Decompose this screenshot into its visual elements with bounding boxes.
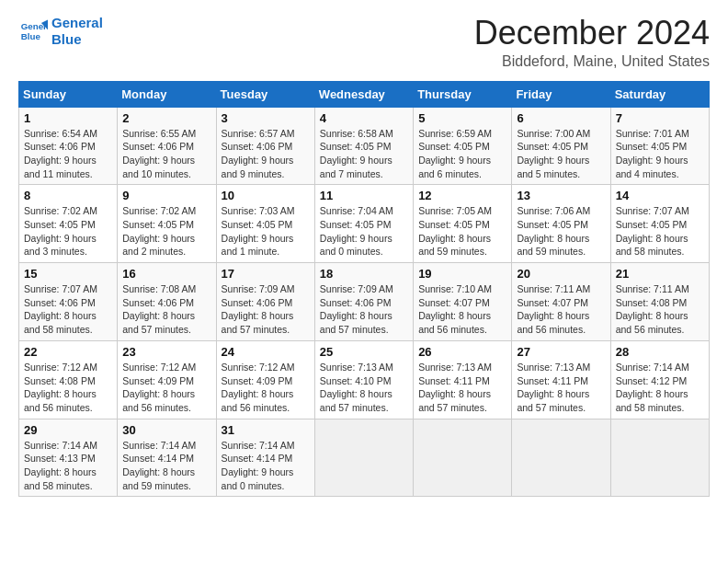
calendar-day-2: 2Sunrise: 6:55 AM Sunset: 4:06 PM Daylig… [118,107,216,185]
day-number: 27 [517,345,605,359]
day-info: Sunrise: 7:07 AM Sunset: 4:05 PM Dayligh… [616,204,704,259]
day-info: Sunrise: 7:04 AM Sunset: 4:05 PM Dayligh… [320,204,408,259]
day-number: 20 [517,267,605,281]
page-header: General Blue General Blue December 2024 … [18,15,710,70]
day-number: 2 [122,111,210,125]
svg-text:Blue: Blue [21,31,41,41]
calendar-day-24: 24Sunrise: 7:12 AM Sunset: 4:09 PM Dayli… [216,340,314,419]
day-number: 16 [122,267,210,281]
day-number: 30 [122,423,210,437]
day-info: Sunrise: 6:59 AM Sunset: 4:05 PM Dayligh… [418,127,506,181]
calendar-day-14: 14Sunrise: 7:07 AM Sunset: 4:05 PM Dayli… [610,185,709,263]
day-info: Sunrise: 7:14 AM Sunset: 4:12 PM Dayligh… [616,361,704,415]
day-number: 24 [222,345,310,359]
day-number: 31 [222,423,310,437]
day-number: 3 [222,111,310,125]
day-info: Sunrise: 7:00 AM Sunset: 4:05 PM Dayligh… [517,127,605,181]
day-number: 17 [222,267,310,281]
day-info: Sunrise: 7:06 AM Sunset: 4:05 PM Dayligh… [517,204,605,259]
logo-icon: General Blue [18,17,48,46]
location-title: Biddeford, Maine, United States [474,53,710,70]
weekday-header-wednesday: Wednesday [314,81,413,107]
day-number: 7 [616,111,704,125]
day-info: Sunrise: 7:14 AM Sunset: 4:14 PM Dayligh… [122,439,210,493]
day-number: 28 [616,345,704,359]
day-info: Sunrise: 7:05 AM Sunset: 4:05 PM Dayligh… [418,204,506,259]
calendar-day-21: 21Sunrise: 7:11 AM Sunset: 4:08 PM Dayli… [610,263,709,341]
day-number: 13 [517,189,605,202]
title-area: December 2024 Biddeford, Maine, United S… [474,15,710,70]
day-info: Sunrise: 7:13 AM Sunset: 4:11 PM Dayligh… [517,361,605,415]
calendar-day-9: 9Sunrise: 7:02 AM Sunset: 4:05 PM Daylig… [118,185,216,263]
day-number: 5 [418,111,506,125]
day-info: Sunrise: 7:08 AM Sunset: 4:06 PM Dayligh… [122,282,210,337]
calendar-day-20: 20Sunrise: 7:11 AM Sunset: 4:07 PM Dayli… [512,263,610,341]
calendar-day-17: 17Sunrise: 7:09 AM Sunset: 4:06 PM Dayli… [216,263,314,341]
day-info: Sunrise: 7:02 AM Sunset: 4:05 PM Dayligh… [122,204,210,259]
day-info: Sunrise: 6:57 AM Sunset: 4:06 PM Dayligh… [222,127,310,181]
day-number: 26 [418,345,506,359]
day-number: 10 [222,189,310,202]
day-info: Sunrise: 7:14 AM Sunset: 4:13 PM Dayligh… [24,439,112,493]
empty-cell [512,419,610,497]
day-info: Sunrise: 6:55 AM Sunset: 4:06 PM Dayligh… [122,127,210,181]
calendar-day-23: 23Sunrise: 7:12 AM Sunset: 4:09 PM Dayli… [118,340,216,419]
weekday-header-monday: Monday [118,81,216,107]
calendar-day-11: 11Sunrise: 7:04 AM Sunset: 4:05 PM Dayli… [314,185,413,263]
calendar-table: SundayMondayTuesdayWednesdayThursdayFrid… [18,81,710,498]
day-number: 19 [418,267,506,281]
empty-cell [314,419,413,497]
day-number: 22 [24,345,112,359]
calendar-day-28: 28Sunrise: 7:14 AM Sunset: 4:12 PM Dayli… [610,340,709,419]
calendar-week-2: 8Sunrise: 7:02 AM Sunset: 4:05 PM Daylig… [19,185,710,263]
logo-general: General [51,15,103,31]
day-info: Sunrise: 7:12 AM Sunset: 4:08 PM Dayligh… [24,361,112,415]
day-info: Sunrise: 6:58 AM Sunset: 4:05 PM Dayligh… [320,127,408,181]
calendar-day-13: 13Sunrise: 7:06 AM Sunset: 4:05 PM Dayli… [512,185,610,263]
day-info: Sunrise: 7:02 AM Sunset: 4:05 PM Dayligh… [24,204,112,259]
calendar-day-12: 12Sunrise: 7:05 AM Sunset: 4:05 PM Dayli… [414,185,512,263]
calendar-day-18: 18Sunrise: 7:09 AM Sunset: 4:06 PM Dayli… [314,263,413,341]
day-number: 6 [517,111,605,125]
calendar-day-19: 19Sunrise: 7:10 AM Sunset: 4:07 PM Dayli… [414,263,512,341]
calendar-day-30: 30Sunrise: 7:14 AM Sunset: 4:14 PM Dayli… [118,419,216,497]
day-info: Sunrise: 7:09 AM Sunset: 4:06 PM Dayligh… [222,282,310,337]
day-info: Sunrise: 7:01 AM Sunset: 4:05 PM Dayligh… [616,127,704,181]
day-number: 18 [320,267,408,281]
day-number: 21 [616,267,704,281]
day-info: Sunrise: 7:13 AM Sunset: 4:10 PM Dayligh… [320,361,408,415]
day-number: 11 [320,189,408,202]
calendar-day-27: 27Sunrise: 7:13 AM Sunset: 4:11 PM Dayli… [512,340,610,419]
logo-blue: Blue [51,31,103,48]
calendar-day-8: 8Sunrise: 7:02 AM Sunset: 4:05 PM Daylig… [19,185,118,263]
calendar-day-15: 15Sunrise: 7:07 AM Sunset: 4:06 PM Dayli… [19,263,118,341]
calendar-day-10: 10Sunrise: 7:03 AM Sunset: 4:05 PM Dayli… [216,185,314,263]
day-info: Sunrise: 7:10 AM Sunset: 4:07 PM Dayligh… [418,282,506,337]
calendar-week-5: 29Sunrise: 7:14 AM Sunset: 4:13 PM Dayli… [19,419,710,497]
calendar-day-1: 1Sunrise: 6:54 AM Sunset: 4:06 PM Daylig… [19,107,118,185]
calendar-day-3: 3Sunrise: 6:57 AM Sunset: 4:06 PM Daylig… [216,107,314,185]
calendar-day-22: 22Sunrise: 7:12 AM Sunset: 4:08 PM Dayli… [19,340,118,419]
calendar-week-1: 1Sunrise: 6:54 AM Sunset: 4:06 PM Daylig… [19,107,710,185]
calendar-week-3: 15Sunrise: 7:07 AM Sunset: 4:06 PM Dayli… [19,263,710,341]
day-number: 1 [24,111,112,125]
weekday-header-row: SundayMondayTuesdayWednesdayThursdayFrid… [19,81,710,107]
calendar-day-29: 29Sunrise: 7:14 AM Sunset: 4:13 PM Dayli… [19,419,118,497]
calendar-day-6: 6Sunrise: 7:00 AM Sunset: 4:05 PM Daylig… [512,107,610,185]
calendar-day-16: 16Sunrise: 7:08 AM Sunset: 4:06 PM Dayli… [118,263,216,341]
day-info: Sunrise: 7:03 AM Sunset: 4:05 PM Dayligh… [222,204,310,259]
calendar-day-25: 25Sunrise: 7:13 AM Sunset: 4:10 PM Dayli… [314,340,413,419]
day-number: 25 [320,345,408,359]
day-info: Sunrise: 7:11 AM Sunset: 4:07 PM Dayligh… [517,282,605,337]
day-info: Sunrise: 7:11 AM Sunset: 4:08 PM Dayligh… [616,282,704,337]
month-title: December 2024 [474,15,710,52]
day-info: Sunrise: 7:07 AM Sunset: 4:06 PM Dayligh… [24,282,112,337]
day-info: Sunrise: 7:12 AM Sunset: 4:09 PM Dayligh… [122,361,210,415]
day-number: 8 [24,189,112,202]
calendar-day-4: 4Sunrise: 6:58 AM Sunset: 4:05 PM Daylig… [314,107,413,185]
day-info: Sunrise: 7:13 AM Sunset: 4:11 PM Dayligh… [418,361,506,415]
calendar-day-26: 26Sunrise: 7:13 AM Sunset: 4:11 PM Dayli… [414,340,512,419]
calendar-day-5: 5Sunrise: 6:59 AM Sunset: 4:05 PM Daylig… [414,107,512,185]
calendar-day-31: 31Sunrise: 7:14 AM Sunset: 4:14 PM Dayli… [216,419,314,497]
weekday-header-saturday: Saturday [610,81,709,107]
